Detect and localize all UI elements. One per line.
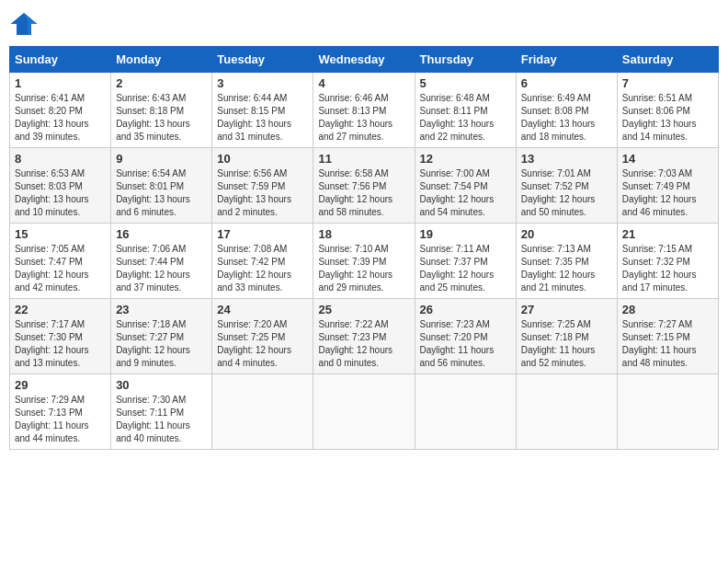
calendar-cell: 19Sunrise: 7:11 AMSunset: 7:37 PMDayligh… xyxy=(415,224,516,299)
day-info-line: Daylight: 13 hours xyxy=(318,118,409,131)
calendar-cell: 24Sunrise: 7:20 AMSunset: 7:25 PMDayligh… xyxy=(212,299,313,374)
calendar-cell xyxy=(617,374,718,450)
day-number: 4 xyxy=(318,76,409,90)
day-number: 26 xyxy=(420,303,511,316)
day-info-line: Daylight: 12 hours xyxy=(15,269,106,282)
day-number: 28 xyxy=(622,303,713,316)
day-info-line: Sunset: 7:52 PM xyxy=(521,180,612,193)
day-info-line: Sunrise: 7:23 AM xyxy=(420,318,511,331)
day-number: 5 xyxy=(420,76,511,90)
calendar-cell: 17Sunrise: 7:08 AMSunset: 7:42 PMDayligh… xyxy=(212,224,313,299)
day-info-line: and 37 minutes. xyxy=(116,282,207,294)
day-number: 2 xyxy=(116,76,207,90)
day-info-line: and 27 minutes. xyxy=(318,131,409,144)
day-number: 1 xyxy=(15,76,106,90)
day-info-line: Daylight: 12 hours xyxy=(217,269,308,282)
day-info-line: and 14 minutes. xyxy=(622,131,713,144)
calendar-cell: 9Sunrise: 6:54 AMSunset: 8:01 PMDaylight… xyxy=(111,148,212,224)
day-info-line: Daylight: 12 hours xyxy=(318,193,409,206)
day-info-line: Daylight: 12 hours xyxy=(116,269,207,282)
column-header-sunday: Sunday xyxy=(10,47,111,73)
day-number: 9 xyxy=(116,152,207,166)
day-info-line: Sunrise: 6:53 AM xyxy=(15,167,106,180)
calendar-cell: 14Sunrise: 7:03 AMSunset: 7:49 PMDayligh… xyxy=(617,148,718,224)
calendar-cell: 26Sunrise: 7:23 AMSunset: 7:20 PMDayligh… xyxy=(415,299,516,374)
day-number: 25 xyxy=(318,303,409,316)
day-info-line: Sunrise: 7:05 AM xyxy=(15,243,106,256)
day-info-line: Sunrise: 7:29 AM xyxy=(15,394,106,407)
day-info-line: Sunset: 8:15 PM xyxy=(217,105,308,118)
day-info-line: and 52 minutes. xyxy=(521,357,612,370)
day-number: 30 xyxy=(116,378,207,392)
day-info-line: Sunrise: 6:58 AM xyxy=(318,167,409,180)
day-info-line: Sunset: 7:56 PM xyxy=(318,180,409,193)
day-info-line: Daylight: 11 hours xyxy=(420,344,511,357)
day-number: 20 xyxy=(521,227,612,241)
calendar-cell xyxy=(212,374,313,450)
day-info-line: Sunrise: 7:20 AM xyxy=(217,318,308,331)
day-info-line: Sunset: 8:11 PM xyxy=(420,105,511,118)
day-number: 23 xyxy=(116,303,207,316)
calendar-cell: 3Sunrise: 6:44 AMSunset: 8:15 PMDaylight… xyxy=(212,73,313,148)
day-number: 16 xyxy=(116,227,207,241)
day-info-line: and 58 minutes. xyxy=(318,206,409,219)
day-info-line: and 31 minutes. xyxy=(217,131,308,144)
day-info-line: Sunrise: 6:51 AM xyxy=(622,92,713,105)
day-number: 19 xyxy=(420,227,511,241)
day-info-line: Sunrise: 6:43 AM xyxy=(116,92,207,105)
day-info-line: Sunset: 8:08 PM xyxy=(521,105,612,118)
day-info-line: Sunrise: 7:13 AM xyxy=(521,243,612,256)
calendar-cell: 1Sunrise: 6:41 AMSunset: 8:20 PMDaylight… xyxy=(10,73,111,148)
day-info-line: Daylight: 11 hours xyxy=(116,419,207,432)
calendar-week-1: 1Sunrise: 6:41 AMSunset: 8:20 PMDaylight… xyxy=(10,73,719,148)
day-info-line: Sunrise: 6:41 AM xyxy=(15,92,106,105)
day-info-line: Sunrise: 6:49 AM xyxy=(521,92,612,105)
day-info-line: Sunrise: 7:18 AM xyxy=(116,318,207,331)
day-info-line: and 35 minutes. xyxy=(116,131,207,144)
day-info-line: Daylight: 11 hours xyxy=(15,419,106,432)
day-number: 12 xyxy=(420,152,511,166)
calendar-cell: 23Sunrise: 7:18 AMSunset: 7:27 PMDayligh… xyxy=(111,299,212,374)
day-info-line: and 54 minutes. xyxy=(420,206,511,219)
day-info-line: Sunrise: 7:00 AM xyxy=(420,167,511,180)
day-number: 7 xyxy=(622,76,713,90)
day-info-line: Sunrise: 7:11 AM xyxy=(420,243,511,256)
day-info-line: Sunset: 7:23 PM xyxy=(318,331,409,344)
day-number: 13 xyxy=(521,152,612,166)
day-info-line: Daylight: 12 hours xyxy=(521,269,612,282)
calendar-week-5: 29Sunrise: 7:29 AMSunset: 7:13 PMDayligh… xyxy=(10,374,719,450)
column-header-saturday: Saturday xyxy=(617,47,718,73)
day-info-line: and 33 minutes. xyxy=(217,282,308,294)
day-info-line: Sunset: 8:20 PM xyxy=(15,105,106,118)
calendar-cell: 6Sunrise: 6:49 AMSunset: 8:08 PMDaylight… xyxy=(516,73,617,148)
day-info-line: Sunset: 8:18 PM xyxy=(116,105,207,118)
day-info-line: Daylight: 12 hours xyxy=(622,269,713,282)
day-info-line: Sunrise: 7:10 AM xyxy=(318,243,409,256)
day-info-line: Sunset: 7:42 PM xyxy=(217,256,308,269)
column-header-thursday: Thursday xyxy=(415,47,516,73)
day-info-line: Sunset: 7:44 PM xyxy=(116,256,207,269)
column-header-tuesday: Tuesday xyxy=(212,47,313,73)
day-info-line: Sunset: 7:25 PM xyxy=(217,331,308,344)
day-info-line: Sunset: 7:49 PM xyxy=(622,180,713,193)
day-info-line: Sunrise: 6:44 AM xyxy=(217,92,308,105)
day-info-line: and 6 minutes. xyxy=(116,206,207,219)
day-info-line: Sunrise: 7:17 AM xyxy=(15,318,106,331)
day-info-line: Sunset: 7:54 PM xyxy=(420,180,511,193)
calendar-cell: 5Sunrise: 6:48 AMSunset: 8:11 PMDaylight… xyxy=(415,73,516,148)
day-info-line: and 50 minutes. xyxy=(521,206,612,219)
day-info-line: Sunset: 7:35 PM xyxy=(521,256,612,269)
day-info-line: Sunrise: 7:06 AM xyxy=(116,243,207,256)
day-info-line: Daylight: 12 hours xyxy=(420,193,511,206)
day-info-line: Sunset: 7:30 PM xyxy=(15,331,106,344)
day-info-line: Daylight: 12 hours xyxy=(318,269,409,282)
day-info-line: and 10 minutes. xyxy=(15,206,106,219)
day-info-line: Daylight: 12 hours xyxy=(15,344,106,357)
day-info-line: Daylight: 13 hours xyxy=(521,118,612,131)
day-info-line: Sunrise: 7:01 AM xyxy=(521,167,612,180)
day-info-line: Daylight: 12 hours xyxy=(318,344,409,357)
day-info-line: and 2 minutes. xyxy=(217,206,308,219)
calendar-cell: 15Sunrise: 7:05 AMSunset: 7:47 PMDayligh… xyxy=(10,224,111,299)
day-number: 3 xyxy=(217,76,308,90)
day-info-line: and 46 minutes. xyxy=(622,206,713,219)
